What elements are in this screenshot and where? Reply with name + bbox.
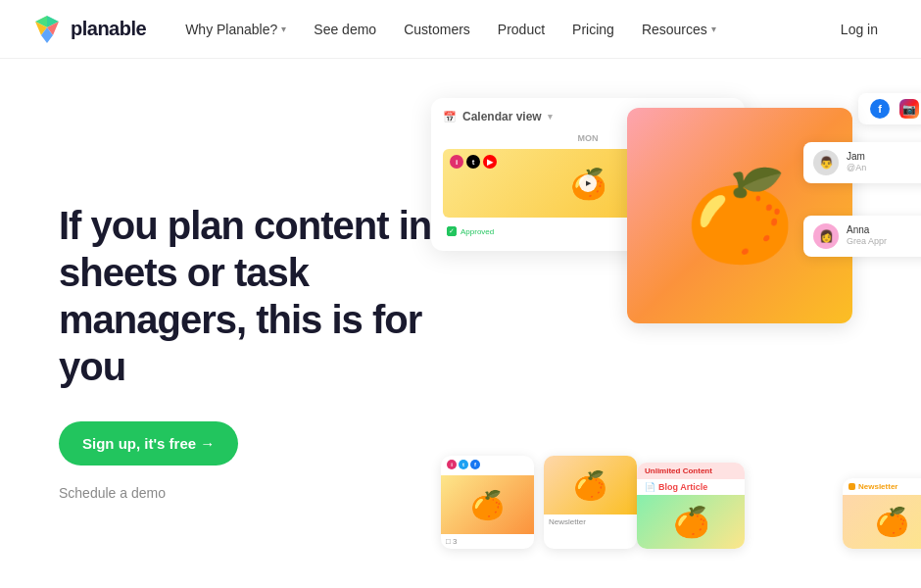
instagram-icon: 📷 [899,99,919,119]
newsletter-header: Newsletter [843,478,921,495]
calendar-icon: 📅 [443,111,457,123]
navbar: planable Why Planable? ▾ See demo Custom… [0,0,921,59]
nav-item-why[interactable]: Why Planable? ▾ [173,14,298,45]
logo[interactable]: planable [31,14,146,45]
mini-card-1-count: □ 3 [446,537,458,546]
mini-card-2-img: 🍊 [544,456,637,514]
signup-button[interactable]: Sign up, it's free → [59,421,238,466]
chevron-icon: ▾ [548,112,553,122]
newsletter-card: Newsletter 🍊 [843,478,921,549]
nav-item-resources[interactable]: Resources ▾ [630,14,728,45]
chevron-down-icon: ▾ [281,24,286,34]
logo-text: planable [71,18,146,40]
comment-name-1: Jam [847,150,866,163]
hero-heading: If you plan content in sheets or task ma… [59,202,470,390]
post-social-icons: i t ▶ [446,152,501,172]
mini-card-2-label: Newsletter [549,517,586,526]
tiktok-post-icon: t [466,155,480,169]
comment-name-2: Anna [847,223,887,236]
nav-item-demo[interactable]: See demo [302,14,388,45]
newsletter-img: 🍊 [843,495,921,549]
mini-card-2: 🍊 Newsletter [544,456,637,549]
avatar-1: 👨 [813,150,839,175]
nav-item-pricing[interactable]: Pricing [560,14,626,45]
demo-link[interactable]: Schedule a demo [59,481,470,505]
blog-card-label: 📄 Blog Article [637,479,745,495]
social-bar: f 📷 [858,93,921,124]
youtube-post-icon: ▶ [483,155,497,169]
newsletter-dot [848,483,855,490]
comment-handle-1: @An [847,163,866,172]
nav-item-product[interactable]: Product [486,14,557,45]
logo-icon [31,14,63,45]
login-button[interactable]: Log in [829,14,890,45]
blog-card-img: 🍊 [637,495,745,549]
blog-card: Unlimited Content 📄 Blog Article 🍊 [637,463,745,549]
hero-section: If you plan content in sheets or task ma… [0,59,921,588]
play-button: ▶ [579,174,597,192]
instagram-post-icon: i [450,155,463,169]
nav-item-customers[interactable]: Customers [392,14,482,45]
facebook-icon: f [870,99,890,119]
comment-card-2: 👩 Anna Grea Appr [803,216,921,257]
hero-text: If you plan content in sheets or task ma… [59,202,470,505]
blog-card-header: Unlimited Content [637,463,745,479]
fb-icon: f [470,460,480,469]
comment-card-1: 👨 Jam @An [803,142,921,183]
avatar-2: 👩 [813,223,839,249]
hero-visual: f 📷 📅 Calendar view ▾ MON i t ▶ [431,88,921,578]
chevron-down-icon: ▾ [711,24,716,34]
bottom-cards: i t f 🍊 □ 3 🍊 Newsletter [441,456,637,549]
nav-links: Why Planable? ▾ See demo Customers Produ… [173,14,829,45]
comment-text-2: Grea Appr [847,236,887,246]
